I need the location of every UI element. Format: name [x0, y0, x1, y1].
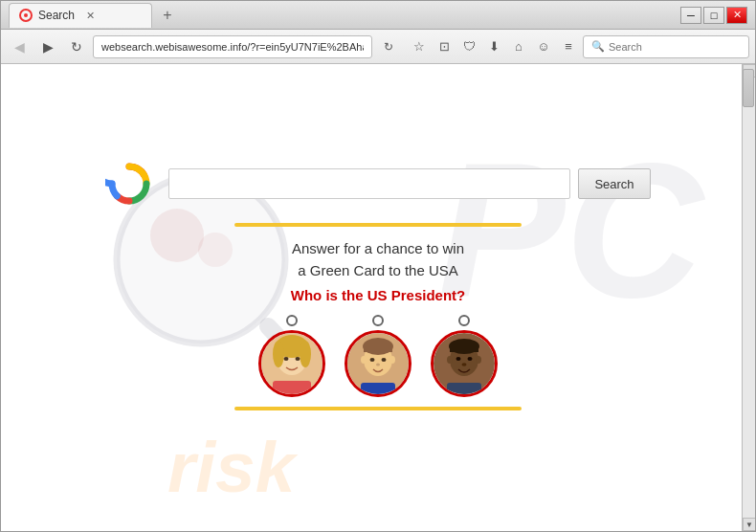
nav-icon-group: ☆ ⊡ 🛡 ⬇ ⌂ ☺ ≡ — [409, 36, 579, 57]
new-tab-button[interactable]: + — [156, 4, 179, 27]
url-input[interactable] — [101, 41, 364, 53]
ad-title-line1: Answer for a chance to win — [292, 238, 464, 260]
svg-rect-23 — [361, 383, 395, 394]
window-controls: ─ □ ✕ — [680, 7, 747, 24]
search-icon: 🔍 — [591, 40, 605, 53]
photo-item-hillary[interactable] — [258, 315, 325, 397]
search-section: Search Answer for a chance to win a Gree… — [1, 160, 755, 410]
menu-icon[interactable]: ≡ — [558, 36, 579, 57]
title-bar: Search ✕ + ─ □ ✕ — [1, 1, 755, 30]
page-content: PC risk S — [1, 64, 755, 531]
bookmark-star-icon[interactable]: ☆ — [409, 36, 430, 57]
svg-rect-33 — [447, 383, 481, 394]
nav-bar: ◀ ▶ ↻ ↻ ☆ ⊡ 🛡 ⬇ ⌂ ☺ ≡ 🔍 — [1, 30, 755, 64]
site-logo — [105, 160, 153, 208]
bottom-yellow-divider — [234, 407, 522, 410]
radio-obama[interactable] — [458, 315, 470, 326]
svg-rect-17 — [364, 344, 392, 352]
refresh-button[interactable]: ↻ — [64, 34, 89, 59]
download-icon[interactable]: ⬇ — [483, 36, 504, 57]
emoji-icon[interactable]: ☺ — [533, 36, 554, 57]
reload-button[interactable]: ↻ — [376, 34, 401, 59]
shield-icon[interactable]: 🛡 — [458, 36, 479, 57]
search-row: Search — [105, 160, 650, 208]
svg-rect-13 — [273, 381, 311, 394]
ad-section: Answer for a chance to win a Green Card … — [234, 238, 522, 410]
radio-hillary[interactable] — [286, 315, 298, 326]
close-button[interactable]: ✕ — [726, 7, 747, 24]
tab-close-button[interactable]: ✕ — [86, 10, 95, 22]
svg-point-32 — [476, 356, 481, 364]
photo-item-bush[interactable] — [345, 315, 411, 397]
photo-obama — [431, 330, 498, 397]
photos-row — [258, 315, 498, 397]
ad-question: Who is the US President? — [291, 287, 466, 303]
forward-button[interactable]: ▶ — [35, 34, 60, 59]
svg-point-1 — [24, 13, 28, 17]
yellow-divider — [234, 223, 522, 227]
svg-point-20 — [376, 364, 380, 366]
home-icon[interactable]: ⌂ — [508, 36, 529, 57]
svg-rect-27 — [450, 344, 478, 352]
svg-point-9 — [273, 341, 284, 367]
back-button[interactable]: ◀ — [7, 34, 32, 59]
tab-favicon — [19, 9, 33, 22]
svg-point-10 — [300, 341, 311, 367]
watermark-risk: risk — [167, 426, 295, 508]
ad-title-line2: a Green Card to the USA — [298, 260, 458, 282]
svg-point-18 — [370, 358, 375, 362]
tab-title: Search — [38, 9, 75, 22]
svg-point-29 — [468, 357, 473, 361]
radio-bush[interactable] — [372, 315, 384, 326]
svg-point-11 — [284, 357, 289, 361]
scrollbar-thumb[interactable] — [743, 69, 754, 107]
svg-point-21 — [361, 356, 367, 364]
restore-button[interactable]: □ — [703, 7, 724, 24]
address-bar[interactable] — [93, 35, 372, 58]
main-search-input[interactable] — [168, 168, 570, 199]
browser-window: Search ✕ + ─ □ ✕ ◀ ▶ ↻ ↻ ☆ ⊡ 🛡 ⬇ ⌂ ☺ ≡ 🔍 — [0, 0, 756, 532]
svg-point-31 — [447, 356, 453, 364]
browser-search-bar[interactable]: 🔍 — [583, 35, 749, 58]
search-button[interactable]: Search — [578, 168, 650, 199]
browser-search-input[interactable] — [609, 41, 741, 53]
svg-point-28 — [456, 357, 461, 361]
photo-bush — [345, 330, 411, 397]
browser-tab[interactable]: Search ✕ — [9, 3, 152, 28]
bookmark-icon[interactable]: ⊡ — [434, 36, 455, 57]
minimize-button[interactable]: ─ — [680, 7, 701, 24]
svg-point-19 — [382, 358, 387, 362]
svg-point-30 — [462, 363, 467, 366]
photo-hillary — [258, 330, 325, 397]
svg-point-12 — [296, 357, 300, 361]
svg-point-22 — [389, 356, 395, 364]
photo-item-obama[interactable] — [431, 315, 498, 397]
scroll-down-arrow[interactable]: ▼ — [743, 518, 755, 531]
